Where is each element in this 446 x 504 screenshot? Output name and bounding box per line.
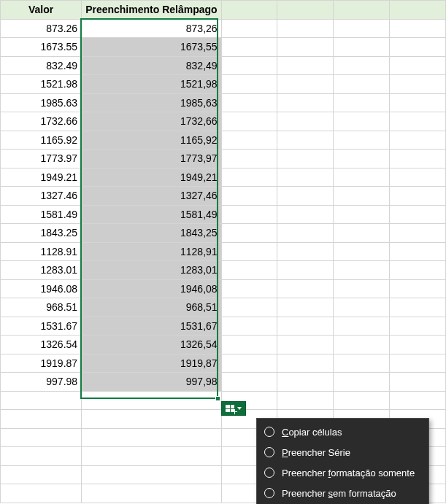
cell-flashfill[interactable]: 997,98 xyxy=(82,373,222,392)
cell-empty[interactable] xyxy=(390,279,446,298)
cell-empty[interactable] xyxy=(277,298,334,317)
cell-flashfill[interactable]: 1521,98 xyxy=(82,75,222,94)
cell-empty[interactable] xyxy=(82,447,222,466)
cell-valor[interactable]: 1531.67 xyxy=(1,317,82,336)
cell-empty[interactable] xyxy=(390,38,446,57)
cell-empty[interactable] xyxy=(390,242,446,261)
cell-empty[interactable] xyxy=(82,465,222,484)
cell-valor[interactable]: 1843.25 xyxy=(1,224,82,243)
cell-flashfill[interactable]: 1843,25 xyxy=(82,224,222,243)
cell-empty[interactable] xyxy=(277,187,334,206)
cell-empty[interactable] xyxy=(277,19,334,38)
cell-empty[interactable] xyxy=(277,150,334,168)
cell-empty[interactable] xyxy=(82,484,222,503)
table-row[interactable]: 1531.671531,67 xyxy=(1,317,446,336)
cell-valor[interactable]: 1732.66 xyxy=(1,112,82,131)
table-row[interactable]: 873.26873,26 xyxy=(1,19,446,38)
cell-empty[interactable] xyxy=(277,75,334,94)
cell-flashfill[interactable]: 1327,46 xyxy=(82,187,222,206)
cell-empty[interactable] xyxy=(390,131,446,150)
cell-empty[interactable] xyxy=(334,150,390,168)
cell-empty[interactable] xyxy=(221,279,277,298)
cell-flashfill[interactable]: 1128,91 xyxy=(82,242,222,261)
cell-valor[interactable]: 1673.55 xyxy=(1,38,82,57)
cell-empty[interactable] xyxy=(390,19,446,38)
cell-empty[interactable] xyxy=(221,224,277,243)
cell-empty[interactable] xyxy=(221,112,277,131)
cell-empty[interactable] xyxy=(334,354,390,373)
cell-empty[interactable] xyxy=(334,19,390,38)
cell-valor[interactable]: 1581.49 xyxy=(1,205,82,224)
cell-flashfill[interactable]: 832,49 xyxy=(82,56,222,75)
cell-valor[interactable]: 1949.21 xyxy=(1,168,82,187)
cell-empty[interactable] xyxy=(390,261,446,280)
cell-empty[interactable] xyxy=(334,131,390,150)
cell-empty[interactable] xyxy=(1,428,82,447)
cell-flashfill[interactable]: 1985,63 xyxy=(82,93,222,112)
table-row[interactable]: 1283.011283,01 xyxy=(1,261,446,280)
cell-flashfill[interactable]: 1165,92 xyxy=(82,131,222,150)
cell-empty[interactable] xyxy=(1,447,82,466)
cell-valor[interactable]: 1946.08 xyxy=(1,279,82,298)
cell-empty[interactable] xyxy=(221,56,277,75)
cell-empty[interactable] xyxy=(221,298,277,317)
cell-empty[interactable] xyxy=(277,56,334,75)
cell-empty[interactable] xyxy=(277,261,334,280)
cell-empty[interactable] xyxy=(221,242,277,261)
cell-empty[interactable] xyxy=(390,354,446,373)
cell-empty[interactable] xyxy=(390,317,446,336)
cell-empty[interactable] xyxy=(221,150,277,168)
cell-empty[interactable] xyxy=(277,112,334,131)
table-row[interactable]: 968.51968,51 xyxy=(1,298,446,317)
menu-item-fill-series[interactable]: Preencher Série xyxy=(257,442,428,462)
cell-valor[interactable]: 1521.98 xyxy=(1,75,82,94)
menu-item-fill-without-format[interactable]: Preencher sem formatação xyxy=(257,483,428,503)
cell-empty[interactable] xyxy=(277,93,334,112)
cell-empty[interactable] xyxy=(334,205,390,224)
cell-empty[interactable] xyxy=(334,317,390,336)
header-empty[interactable] xyxy=(277,1,334,20)
cell-empty[interactable] xyxy=(221,187,277,206)
cell-valor[interactable]: 1283.01 xyxy=(1,261,82,280)
cell-empty[interactable] xyxy=(334,279,390,298)
cell-empty[interactable] xyxy=(390,336,446,354)
cell-empty[interactable] xyxy=(334,187,390,206)
table-row[interactable]: 997.98997,98 xyxy=(1,373,446,392)
cell-empty[interactable] xyxy=(277,168,334,187)
cell-empty[interactable] xyxy=(221,93,277,112)
cell-empty[interactable] xyxy=(334,242,390,261)
header-valor[interactable]: Valor xyxy=(1,1,82,20)
cell-empty[interactable] xyxy=(390,56,446,75)
cell-empty[interactable] xyxy=(221,261,277,280)
header-empty[interactable] xyxy=(390,1,446,20)
table-row[interactable]: 1128.911128,91 xyxy=(1,242,446,261)
table-row[interactable]: 1773.971773,97 xyxy=(1,150,446,168)
cell-empty[interactable] xyxy=(221,317,277,336)
menu-item-fill-format-only[interactable]: Preencher formatação somente xyxy=(257,462,428,483)
cell-empty[interactable] xyxy=(334,298,390,317)
cell-empty[interactable] xyxy=(277,205,334,224)
table-row[interactable]: 1165.921165,92 xyxy=(1,131,446,150)
table-row[interactable]: 1521.981521,98 xyxy=(1,75,446,94)
cell-empty[interactable] xyxy=(390,75,446,94)
header-preenchimento[interactable]: Preenchimento Relâmpago xyxy=(82,1,222,20)
cell-empty[interactable] xyxy=(221,75,277,94)
table-row[interactable]: 1843.251843,25 xyxy=(1,224,446,243)
cell-valor[interactable]: 1773.97 xyxy=(1,150,82,168)
cell-empty[interactable] xyxy=(334,391,390,410)
cell-empty[interactable] xyxy=(82,391,222,410)
table-row[interactable]: 1732.661732,66 xyxy=(1,112,446,131)
autofill-options-button[interactable] xyxy=(221,401,246,416)
cell-flashfill[interactable]: 1531,67 xyxy=(82,317,222,336)
cell-valor[interactable]: 1128.91 xyxy=(1,242,82,261)
cell-empty[interactable] xyxy=(221,131,277,150)
cell-valor[interactable]: 873.26 xyxy=(1,19,82,38)
cell-empty[interactable] xyxy=(221,19,277,38)
cell-flashfill[interactable]: 873,26 xyxy=(82,19,222,38)
cell-empty[interactable] xyxy=(1,410,82,429)
cell-empty[interactable] xyxy=(1,391,82,410)
cell-flashfill[interactable]: 1673,55 xyxy=(82,38,222,57)
cell-empty[interactable] xyxy=(390,112,446,131)
cell-empty[interactable] xyxy=(334,112,390,131)
cell-flashfill[interactable]: 1773,97 xyxy=(82,150,222,168)
